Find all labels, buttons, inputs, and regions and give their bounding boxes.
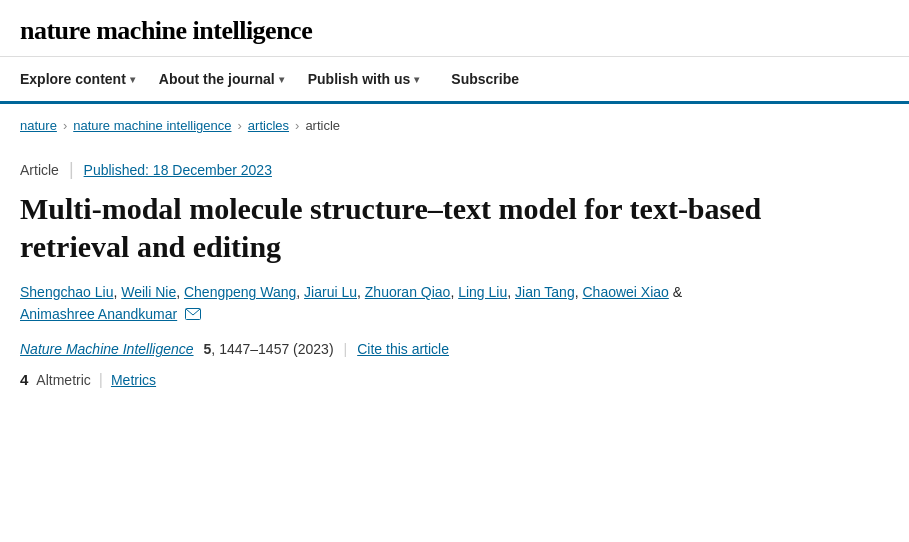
authors-list: Shengchao Liu, Weili Nie, Chengpeng Wang…: [20, 281, 889, 327]
journal-name[interactable]: Nature Machine Intelligence: [20, 341, 194, 357]
author-jiarui-lu[interactable]: Jiarui Lu: [304, 284, 357, 300]
chevron-down-icon: ▾: [414, 74, 419, 85]
nav-explore[interactable]: Explore content ▾: [20, 57, 151, 101]
volume: 5: [204, 341, 212, 357]
breadcrumb-separator: ›: [238, 118, 242, 133]
nav-publish[interactable]: Publish with us ▾: [308, 57, 436, 101]
nav-subscribe[interactable]: Subscribe: [451, 57, 519, 101]
author-shengchao-liu[interactable]: Shengchao Liu: [20, 284, 113, 300]
altmetric-line: 4 Altmetric | Metrics: [20, 371, 889, 389]
breadcrumb-separator: ›: [295, 118, 299, 133]
article-content: Article | Published: 18 December 2023 Mu…: [0, 143, 909, 409]
pages: 1447–1457: [219, 341, 289, 357]
author-animashree-anandkumar[interactable]: Animashree Anandkumar: [20, 306, 177, 322]
breadcrumb-nmi[interactable]: nature machine intelligence: [73, 118, 231, 133]
meta-divider: |: [69, 159, 74, 180]
altmetric-label: Altmetric: [36, 372, 90, 388]
altmetric-score: 4: [20, 371, 28, 388]
chevron-down-icon: ▾: [279, 74, 284, 85]
main-nav: Explore content ▾ About the journal ▾ Pu…: [0, 57, 909, 104]
cite-divider: |: [344, 341, 348, 357]
author-weili-nie[interactable]: Weili Nie: [121, 284, 176, 300]
publish-date[interactable]: Published: 18 December 2023: [84, 162, 272, 178]
metrics-link[interactable]: Metrics: [111, 372, 156, 388]
nav-publish-label: Publish with us: [308, 71, 411, 87]
breadcrumb-separator: ›: [63, 118, 67, 133]
email-icon: [185, 304, 201, 326]
nav-explore-label: Explore content: [20, 71, 126, 87]
breadcrumb-current: article: [305, 118, 340, 133]
article-title: Multi-modal molecule structure–text mode…: [20, 190, 800, 265]
article-meta: Article | Published: 18 December 2023: [20, 159, 889, 180]
article-type: Article: [20, 162, 59, 178]
citation-details: 5, 1447–1457 (2023): [204, 341, 334, 357]
year: (2023): [293, 341, 333, 357]
cite-this-article[interactable]: Cite this article: [357, 341, 449, 357]
breadcrumb: nature › nature machine intelligence › a…: [0, 104, 909, 143]
author-ling-liu[interactable]: Ling Liu: [458, 284, 507, 300]
site-title: nature machine intelligence: [20, 16, 889, 46]
author-chaowei-xiao[interactable]: Chaowei Xiao: [582, 284, 668, 300]
breadcrumb-nature[interactable]: nature: [20, 118, 57, 133]
author-chengpeng-wang[interactable]: Chengpeng Wang: [184, 284, 296, 300]
author-jian-tang[interactable]: Jian Tang: [515, 284, 575, 300]
author-zhuoran-qiao[interactable]: Zhuoran Qiao: [365, 284, 451, 300]
site-header: nature machine intelligence: [0, 0, 909, 57]
nav-about-label: About the journal: [159, 71, 275, 87]
alt-divider: |: [99, 371, 103, 389]
nav-about[interactable]: About the journal ▾: [159, 57, 300, 101]
chevron-down-icon: ▾: [130, 74, 135, 85]
citation-line: Nature Machine Intelligence 5, 1447–1457…: [20, 341, 889, 357]
breadcrumb-articles[interactable]: articles: [248, 118, 289, 133]
